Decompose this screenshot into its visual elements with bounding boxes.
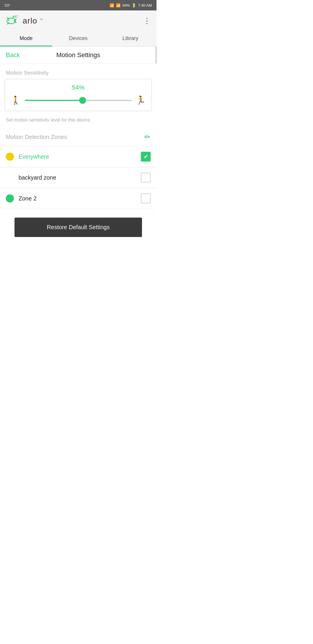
slider-fill — [25, 100, 83, 101]
slider-value-display: 54% — [11, 84, 146, 91]
zone-dot-backyard — [6, 173, 14, 182]
motion-sensitivity-label: Motion Sensitivity — [0, 64, 156, 79]
runner-icon: 🏃 — [136, 95, 146, 105]
zone-checkbox-backyard[interactable] — [141, 173, 151, 182]
zone-dot-everywhere — [6, 153, 14, 161]
slider-track — [25, 100, 132, 101]
zone-checkbox-zone2[interactable] — [141, 193, 151, 203]
zone-name-backyard: backyard zone — [19, 174, 136, 181]
nav-tabs: Mode Devices Library — [0, 31, 156, 47]
tab-mode[interactable]: Mode — [0, 31, 52, 46]
zone-item-everywhere: Everywhere — [0, 146, 156, 167]
battery-icon: 🔋 — [132, 3, 136, 8]
zone-name-everywhere: Everywhere — [19, 153, 136, 160]
wifi-icon: 📶 — [110, 3, 114, 8]
restore-button-wrap: Restore Default Settings — [0, 209, 156, 243]
status-bar: 53° 📶 📶 94% 🔋 7:40 AM — [0, 0, 156, 10]
edit-zones-button[interactable]: ✏ — [144, 133, 151, 142]
zone-checkbox-everywhere[interactable] — [141, 152, 151, 162]
zone-item-zone2: Zone 2 — [0, 188, 156, 209]
slider-row: 🚶 🏃 — [11, 95, 146, 105]
zone-dot-zone2 — [6, 194, 14, 202]
slider-card: 54% 🚶 🏃 — [5, 79, 152, 111]
arlo-wordmark: arlo — [23, 16, 37, 26]
arlo-logo-icon — [6, 16, 20, 26]
status-temp: 53° — [5, 3, 10, 8]
restore-default-button[interactable]: Restore Default Settings — [14, 218, 142, 237]
svg-point-1 — [8, 20, 9, 21]
status-right: 📶 📶 94% 🔋 7:40 AM — [110, 3, 152, 8]
detection-zones-row: Motion Detection Zones ✏ — [0, 128, 156, 146]
back-bar: Back Motion Settings — [0, 47, 156, 64]
page-title: Motion Settings — [56, 51, 100, 59]
app-header: arlo ™ ⋮ — [0, 10, 156, 31]
tab-devices[interactable]: Devices — [52, 31, 104, 46]
zone-name-zone2: Zone 2 — [19, 195, 136, 202]
zone-item-backyard: backyard zone — [0, 167, 156, 188]
person-icon: 🚶 — [11, 95, 21, 105]
back-button[interactable]: Back — [6, 51, 20, 59]
main-content: Motion Sensitivity 54% 🚶 🏃 Set motion se… — [0, 64, 156, 243]
time-display: 7:40 AM — [138, 3, 152, 8]
arlo-logo: arlo ™ — [6, 16, 43, 26]
detection-zones-label: Motion Detection Zones — [6, 134, 67, 140]
tab-library[interactable]: Library — [104, 31, 156, 46]
slider-thumb — [79, 97, 86, 104]
menu-dots-button[interactable]: ⋮ — [143, 17, 151, 25]
signal-icon: 📶 — [116, 3, 121, 8]
battery-level: 94% — [122, 3, 130, 8]
sensitivity-hint: Set motion sensitivity level for this de… — [0, 114, 156, 128]
